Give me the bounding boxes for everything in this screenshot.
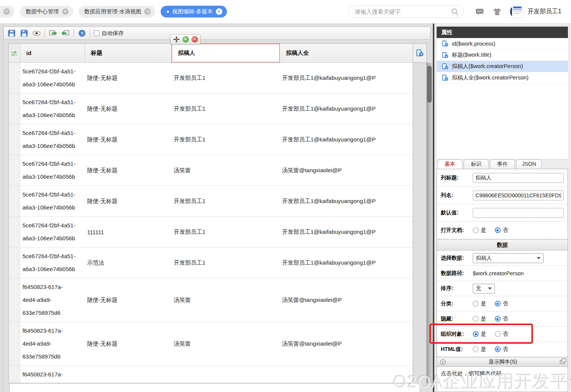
table-row[interactable]: 5ce67264-f2bf-4a51-a6a3-106ee74b056b 111… [9,217,413,248]
view-data-table: id 标题 拟稿人 拟稿人全 5ce67264-f2bf-4a51-a6a3-1… [8,43,413,383]
default-value-input[interactable] [473,208,564,218]
radio-icon[interactable] [495,316,501,322]
property-item-id[interactable]: id($work.process) [437,38,568,49]
field-label: HTML值: [441,346,473,353]
remove-column-button[interactable]: − [191,36,198,43]
radio-icon[interactable] [495,227,501,233]
preview-button[interactable] [32,29,41,38]
column-header-person-full[interactable]: 拟稿人全 [280,44,413,62]
display-script-bar[interactable]: i 显示脚本(S) [437,357,568,367]
theme-shirt-icon[interactable] [493,8,501,16]
scrollbar-thumb[interactable] [427,66,432,103]
save-button[interactable] [7,29,16,38]
form-row-col-title: 列标题: [437,169,568,187]
radio-icon[interactable] [495,331,501,337]
org-object-yes[interactable]: 是 [473,330,486,338]
restore-window-icon[interactable] [560,360,565,364]
property-item-label: 拟稿人全($work.creatorPerson) [452,74,528,81]
col-title-input[interactable] [473,173,564,183]
radio-icon[interactable] [473,331,478,337]
column-header-id[interactable]: id [20,44,85,62]
table-row[interactable]: 5ce67264-f2bf-4a51-a6a3-106ee74b056b 随便-… [9,124,413,155]
import-button[interactable] [61,29,70,38]
search-input[interactable] [355,8,451,15]
table-vertical-scrollbar[interactable] [426,63,433,383]
tab-partial[interactable]: 理 ✕ [0,6,14,17]
table-row[interactable]: 5ce67264-f2bf-4a51-a6a3-106ee74b056b 随便-… [9,155,413,186]
column-doc-icon [442,52,448,59]
form-row-org-object: 组织对象: 是 否 [437,327,568,342]
html-value-no[interactable]: 否 [495,346,509,353]
property-item-title[interactable]: 标题($work.title) [437,49,568,61]
panel-tabs: 基本 标识 事件 JSON [437,159,542,169]
table-body: 5ce67264-f2bf-4a51-a6a3-106ee74b056b 随便-… [9,63,413,383]
save-as-button[interactable] [19,29,29,38]
add-column-header-button[interactable] [413,43,427,63]
panel-divider[interactable] [433,24,434,392]
tab-identity[interactable]: 标识 [464,159,489,169]
move-column-button[interactable] [173,36,180,43]
radio-icon[interactable] [473,316,478,322]
next-element-placeholder[interactable] [10,383,420,392]
hidden-no[interactable]: 否 [495,315,509,322]
field-label: 默认值: [441,209,473,216]
radio-icon[interactable] [495,301,501,306]
chat-icon[interactable] [475,8,484,16]
radio-icon[interactable] [495,346,501,352]
html-value-yes[interactable]: 是 [473,346,486,353]
export-icon [49,29,57,37]
refresh-column-header[interactable] [9,44,20,62]
export-button[interactable] [48,29,57,38]
radio-icon[interactable] [473,227,478,233]
search-icon[interactable] [451,8,459,16]
close-icon[interactable]: ✕ [62,8,69,15]
data-path-value: $work.creatorPerson [473,270,524,276]
tab-view-editor-active[interactable]: 视图编辑-多版本 ✕ [161,6,226,17]
table-row[interactable]: 5ce67264-f2bf-4a51-a6a3-106ee74b056b 随便-… [9,63,413,94]
category-yes[interactable]: 是 [473,300,486,307]
help-button[interactable]: ? [77,29,86,38]
autosave-checkbox[interactable] [94,30,99,36]
field-label: 列标题: [441,175,473,181]
table-row[interactable]: f6450823-617a-4ed4-a9a9-633e758975d6 随便-… [9,366,413,383]
close-icon[interactable]: ✕ [144,8,151,15]
close-icon[interactable]: ✕ [3,8,10,15]
svg-text:?: ? [81,31,83,35]
category-no[interactable]: 否 [495,300,509,307]
property-item-creator-full[interactable]: 拟稿人全($work.creatorPerson) [437,72,568,84]
table-row[interactable]: f6450823-617a-4ed4-a9a9-633e758975d6 随便-… [9,278,413,322]
tab-data-app[interactable]: 数据应用管理-水滴视图 ✕ [78,6,156,17]
form-row-data-path: 数据路径: $work.creatorPerson [437,266,568,281]
table-row[interactable]: 5ce67264-f2bf-4a51-a6a3-106ee74b056b 示范法… [9,248,413,278]
table-row[interactable]: f6450823-617a-4ed4-a9a9-633e758975d6 随便-… [9,322,413,366]
org-object-no[interactable]: 否 [495,330,509,338]
tab-events[interactable]: 事件 [490,159,515,169]
field-label: 选择数据: [441,255,473,262]
user-name[interactable]: 开发部员工1 [528,8,561,16]
form-row-category: 分类: 是 否 [437,296,568,311]
radio-icon[interactable] [473,301,478,306]
open-doc-yes[interactable]: 是 [473,227,486,234]
autosave-label: 自动保存 [102,30,124,37]
script-edit-hint[interactable]: 点击此处，编写脚本代码 [437,367,568,380]
col-name-input[interactable] [473,190,564,200]
open-doc-no[interactable]: 否 [495,227,509,234]
tab-basic[interactable]: 基本 [437,159,463,169]
column-header-title[interactable]: 标题 [85,44,172,62]
sort-dropdown[interactable]: 无 [473,284,495,294]
chevron-down-icon [537,257,541,259]
table-row[interactable]: 5ce67264-f2bf-4a51-a6a3-106ee74b056b 随便-… [9,186,413,217]
radio-icon[interactable] [473,346,478,352]
close-icon[interactable]: ✕ [216,8,222,15]
add-column-button[interactable]: + [182,36,189,43]
user-avatar[interactable] [510,4,525,19]
column-header-person-selected[interactable]: 拟稿人 [172,44,280,62]
app-root: 理 ✕ 数据中心管理 ✕ 数据应用管理-水滴视图 ✕ 视图编辑-多版本 ✕ [0,0,571,392]
tab-json[interactable]: JSON [516,159,542,169]
table-row[interactable]: 5ce67264-f2bf-4a51-a6a3-106ee74b056b 随便-… [9,94,413,124]
hidden-yes[interactable]: 是 [473,315,486,322]
tab-data-center[interactable]: 数据中心管理 ✕ [20,6,73,17]
property-item-creator-selected[interactable]: 拟稿人($work.creatorPerson) [437,61,568,72]
select-data-dropdown[interactable]: 拟稿人 [473,253,544,263]
column-doc-icon [442,75,448,81]
